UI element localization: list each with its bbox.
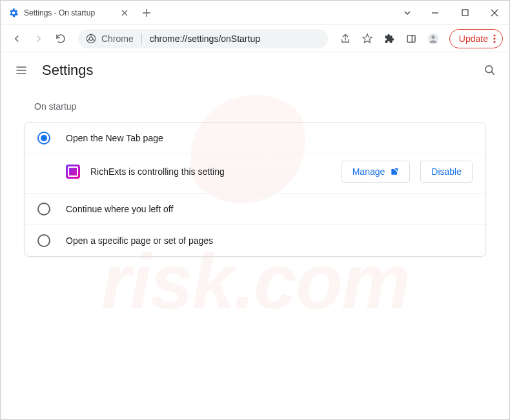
more-icon: [493, 34, 496, 43]
svg-point-7: [493, 37, 495, 39]
startup-card: Open the New Tab page RichExts is contro…: [24, 122, 486, 257]
section-title: On startup: [34, 101, 486, 112]
maximize-button[interactable]: [450, 1, 480, 25]
manage-button[interactable]: Manage: [342, 161, 411, 183]
close-icon[interactable]: [119, 8, 130, 18]
sidepanel-icon[interactable]: [402, 29, 421, 48]
radio-selected[interactable]: [37, 132, 50, 145]
option-label: Open the New Tab page: [66, 133, 163, 143]
option-continue[interactable]: Continue where you left off: [25, 194, 485, 225]
option-label: Continue where you left off: [66, 204, 173, 214]
svg-point-8: [493, 41, 495, 43]
profile-icon[interactable]: [423, 29, 443, 48]
search-icon[interactable]: [484, 64, 496, 77]
forward-button[interactable]: [29, 29, 48, 48]
disable-label: Disable: [431, 166, 462, 177]
extension-icon: [66, 165, 80, 179]
svg-point-6: [493, 34, 495, 36]
option-specific-pages[interactable]: Open a specific page or set of pages: [25, 225, 485, 256]
chevron-down-icon[interactable]: [394, 1, 420, 25]
app-header: Settings: [1, 52, 509, 88]
chrome-icon: [86, 34, 96, 44]
separator: [141, 34, 142, 44]
address-bar[interactable]: Chrome chrome://settings/onStartup: [78, 29, 328, 48]
radio-unselected[interactable]: [37, 234, 50, 247]
disable-button[interactable]: Disable: [420, 161, 473, 183]
external-link-icon: [390, 167, 399, 176]
minimize-button[interactable]: [420, 1, 450, 25]
content: On startup Open the New Tab page RichExt…: [1, 88, 509, 270]
new-tab-button[interactable]: [136, 1, 157, 25]
titlebar: Settings - On startup: [1, 1, 509, 25]
svg-rect-3: [407, 35, 415, 42]
share-icon[interactable]: [336, 29, 355, 48]
radio-unselected[interactable]: [37, 203, 50, 215]
url-path: chrome://settings/onStartup: [150, 34, 260, 44]
tab-title: Settings - On startup: [24, 8, 114, 17]
update-button[interactable]: Update: [449, 29, 503, 48]
manage-label: Manage: [352, 166, 385, 177]
reload-button[interactable]: [51, 29, 70, 48]
option-label: Open a specific page or set of pages: [66, 235, 213, 246]
window-controls: [394, 1, 509, 25]
back-button[interactable]: [7, 29, 26, 48]
svg-point-9: [485, 66, 493, 73]
page-title: Settings: [42, 62, 94, 79]
svg-point-5: [431, 35, 434, 38]
svg-rect-0: [462, 10, 468, 15]
bookmark-icon[interactable]: [358, 29, 377, 48]
option-new-tab[interactable]: Open the New Tab page: [25, 123, 485, 154]
svg-point-2: [89, 37, 92, 40]
extension-controller: RichExts is controlling this setting Man…: [25, 154, 485, 194]
controller-message: RichExts is controlling this setting: [90, 166, 331, 177]
menu-icon[interactable]: [14, 63, 29, 78]
url-origin: Chrome: [101, 34, 134, 44]
update-label: Update: [459, 34, 488, 44]
gear-icon: [8, 8, 19, 18]
browser-tab[interactable]: Settings - On startup: [1, 1, 136, 25]
toolbar: Chrome chrome://settings/onStartup Updat…: [1, 25, 509, 52]
extensions-icon[interactable]: [380, 29, 399, 48]
close-button[interactable]: [480, 1, 509, 25]
